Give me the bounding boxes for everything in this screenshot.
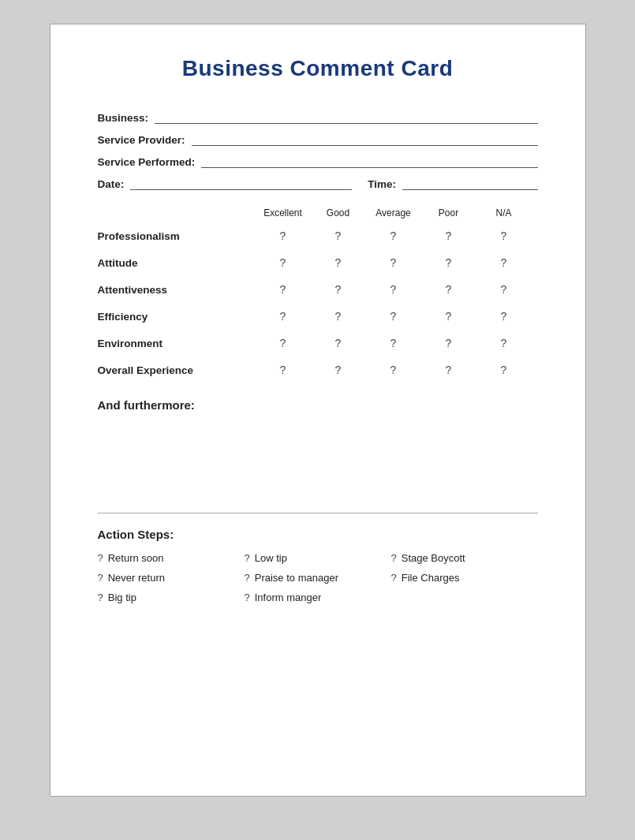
rating-radio[interactable]: ? xyxy=(311,337,366,349)
action-text: Return soon xyxy=(108,552,164,564)
rating-row: Attentiveness????? xyxy=(98,283,538,296)
ratings-section: Excellent Good Average Poor N/A Professi… xyxy=(98,207,538,376)
action-item xyxy=(391,592,538,603)
action-item: ?Stage Boycott xyxy=(391,552,538,564)
rating-radio[interactable]: ? xyxy=(476,310,532,323)
rating-radio[interactable]: ? xyxy=(421,256,476,269)
date-group: Date: xyxy=(98,176,353,190)
action-item: ?Big tip xyxy=(98,592,245,603)
rating-row-label: Professionalism xyxy=(98,230,256,242)
action-item: ?Return soon xyxy=(98,552,245,564)
rating-radio[interactable]: ? xyxy=(476,337,532,349)
rating-row-label: Efficiency xyxy=(98,311,256,323)
form-section: Business: Service Provider: Service Perf… xyxy=(98,110,538,190)
rating-radio[interactable]: ? xyxy=(311,364,366,376)
action-checkbox-icon[interactable]: ? xyxy=(98,552,103,564)
date-input[interactable] xyxy=(130,176,352,190)
rating-radio[interactable]: ? xyxy=(421,337,476,349)
business-row: Business: xyxy=(98,110,538,124)
rating-radio[interactable]: ? xyxy=(476,364,532,376)
rating-radio[interactable]: ? xyxy=(366,364,421,376)
action-item: ?Inform manger xyxy=(245,592,391,603)
rating-row: Professionalism????? xyxy=(98,230,538,242)
action-checkbox-icon[interactable]: ? xyxy=(245,552,250,564)
service-performed-input[interactable] xyxy=(201,154,537,168)
rating-row: Attitude????? xyxy=(98,256,538,269)
rating-radio[interactable]: ? xyxy=(476,230,532,242)
service-performed-label: Service Performed: xyxy=(98,156,196,168)
business-input[interactable] xyxy=(155,110,537,124)
rating-radio[interactable]: ? xyxy=(256,364,311,376)
action-checkbox-icon[interactable]: ? xyxy=(245,572,250,584)
rating-radio[interactable]: ? xyxy=(256,337,311,349)
further-label: And furthermore: xyxy=(98,398,538,412)
action-checkbox-icon[interactable]: ? xyxy=(98,572,103,584)
divider xyxy=(98,513,538,513)
action-text: Big tip xyxy=(108,592,136,603)
action-checkbox-icon[interactable]: ? xyxy=(391,572,397,584)
time-label: Time: xyxy=(368,178,396,190)
rating-row-label: Attentiveness xyxy=(98,284,256,296)
rating-radio[interactable]: ? xyxy=(311,256,366,269)
action-text: Low tip xyxy=(255,552,287,564)
action-item: ?File Charges xyxy=(391,572,538,584)
rating-row: Overall Experience????? xyxy=(98,364,538,376)
action-checkbox-icon[interactable]: ? xyxy=(98,592,103,603)
rating-radio[interactable]: ? xyxy=(476,283,532,296)
rating-radio[interactable]: ? xyxy=(311,230,366,242)
rating-row: Efficiency????? xyxy=(98,310,538,323)
service-provider-row: Service Provider: xyxy=(98,132,538,146)
rating-radio[interactable]: ? xyxy=(421,310,476,323)
rating-radio[interactable]: ? xyxy=(256,283,311,296)
rating-radio[interactable]: ? xyxy=(366,230,421,242)
rating-rows: Professionalism?????Attitude?????Attenti… xyxy=(98,230,538,376)
rating-radio[interactable]: ? xyxy=(311,310,366,323)
further-text-area[interactable] xyxy=(98,418,538,497)
further-section: And furthermore: xyxy=(98,398,538,497)
header-good: Good xyxy=(311,207,366,218)
header-excellent: Excellent xyxy=(256,207,311,218)
action-item: ?Praise to manager xyxy=(245,572,391,584)
date-time-row: Date: Time: xyxy=(98,176,538,190)
action-steps-grid: ?Return soon?Low tip?Stage Boycott?Never… xyxy=(98,552,538,603)
header-poor: Poor xyxy=(421,207,476,218)
action-text: Stage Boycott xyxy=(402,552,465,564)
action-text: Never return xyxy=(108,572,165,584)
service-provider-input[interactable] xyxy=(192,132,538,146)
rating-radio[interactable]: ? xyxy=(476,256,532,269)
header-na: N/A xyxy=(476,207,532,218)
rating-radio[interactable]: ? xyxy=(421,230,476,242)
rating-row-label: Environment xyxy=(98,338,256,349)
action-text: File Charges xyxy=(402,572,460,584)
action-text: Inform manger xyxy=(255,592,322,603)
action-item: ?Low tip xyxy=(245,552,391,564)
action-steps-label: Action Steps: xyxy=(98,528,538,541)
rating-radio[interactable]: ? xyxy=(421,283,476,296)
rating-row-label: Attitude xyxy=(98,257,256,269)
business-label: Business: xyxy=(98,112,149,124)
service-provider-label: Service Provider: xyxy=(98,134,185,146)
rating-radio[interactable]: ? xyxy=(366,310,421,323)
rating-radio[interactable]: ? xyxy=(366,337,421,349)
header-average: Average xyxy=(366,207,421,218)
rating-row: Environment????? xyxy=(98,337,538,349)
time-group: Time: xyxy=(368,176,537,190)
date-label: Date: xyxy=(98,178,125,190)
comment-card: Business Comment Card Business: Service … xyxy=(50,24,586,797)
rating-row-label: Overall Experience xyxy=(98,364,256,376)
rating-radio[interactable]: ? xyxy=(256,256,311,269)
action-item: ?Never return xyxy=(98,572,245,584)
rating-radio[interactable]: ? xyxy=(311,283,366,296)
action-checkbox-icon[interactable]: ? xyxy=(245,592,250,603)
action-text: Praise to manager xyxy=(255,572,338,584)
service-performed-row: Service Performed: xyxy=(98,154,538,168)
time-input[interactable] xyxy=(402,176,537,190)
rating-radio[interactable]: ? xyxy=(256,310,311,323)
rating-radio[interactable]: ? xyxy=(366,256,421,269)
rating-radio[interactable]: ? xyxy=(366,283,421,296)
card-title: Business Comment Card xyxy=(98,56,538,81)
rating-radio[interactable]: ? xyxy=(256,230,311,242)
action-checkbox-icon[interactable]: ? xyxy=(391,552,397,564)
rating-radio[interactable]: ? xyxy=(421,364,476,376)
ratings-header: Excellent Good Average Poor N/A xyxy=(98,207,538,218)
